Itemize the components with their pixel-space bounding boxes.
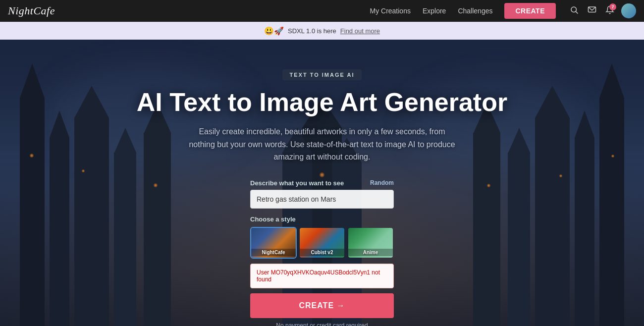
search-icon [570, 5, 579, 14]
announcement-text: SDXL 1.0 is here [288, 27, 336, 35]
messages-icon-button[interactable] [586, 3, 598, 19]
nav-link-explore[interactable]: Explore [423, 7, 446, 15]
nav-icons: 7 [568, 3, 636, 19]
navbar-links: My Creations Explore Challenges CREATE 7 [370, 3, 636, 19]
hero-content: TEXT TO IMAGE AI AI Text to Image Art Ge… [0, 40, 644, 326]
search-icon-button[interactable] [568, 3, 581, 19]
svg-line-1 [576, 11, 578, 13]
avatar[interactable] [621, 3, 636, 18]
notifications-icon-button[interactable]: 7 [603, 3, 616, 19]
announcement-link[interactable]: Find out more [340, 27, 380, 35]
style-nightcafe[interactable]: NightCafe [250, 227, 297, 259]
style-cubist[interactable]: Cubist v2 [299, 227, 345, 259]
style-name-nightcafe: NightCafe [251, 249, 296, 256]
prompt-input[interactable] [250, 190, 394, 209]
navbar-create-button[interactable]: CREATE [504, 3, 556, 19]
style-anime[interactable]: Anime [347, 227, 394, 259]
create-main-label: CREATE → [299, 301, 345, 310]
create-form: Describe what you want to see Random Cho… [250, 179, 394, 326]
messages-icon [588, 5, 596, 14]
style-label: Choose a style [250, 216, 394, 223]
style-name-anime: Anime [348, 249, 393, 256]
describe-label: Describe what you want to see [250, 179, 344, 187]
nav-link-my-creations[interactable]: My Creations [370, 7, 410, 15]
random-link[interactable]: Random [370, 179, 394, 186]
hero-subtitle: Easily create incredible, beautiful artw… [188, 125, 456, 163]
announcement-emoji: 😃🚀 [264, 26, 284, 36]
create-main-button[interactable]: CREATE → [250, 293, 394, 318]
hero-section: TEXT TO IMAGE AI AI Text to Image Art Ge… [0, 40, 644, 326]
navbar: NightCafe My Creations Explore Challenge… [0, 0, 644, 22]
hero-badge: TEXT TO IMAGE AI [282, 69, 361, 80]
no-payment-text: No payment or credit card required [250, 322, 394, 326]
avatar-image [621, 3, 636, 18]
notifications-badge: 7 [609, 3, 616, 10]
error-message: User MO70yqXHVKOaquv4USBodcl5Vyn1 not fo… [250, 264, 394, 288]
hero-title: AI Text to Image Art Generator [137, 88, 507, 116]
style-name-cubist: Cubist v2 [300, 249, 344, 256]
style-options: NightCafe Cubist v2 Anime [250, 227, 394, 259]
nav-link-challenges[interactable]: Challenges [458, 7, 492, 15]
describe-label-row: Describe what you want to see Random [250, 179, 394, 187]
logo[interactable]: NightCafe [8, 4, 55, 17]
announcement-bar: 😃🚀 SDXL 1.0 is here Find out more [0, 22, 644, 40]
svg-point-0 [571, 7, 577, 12]
